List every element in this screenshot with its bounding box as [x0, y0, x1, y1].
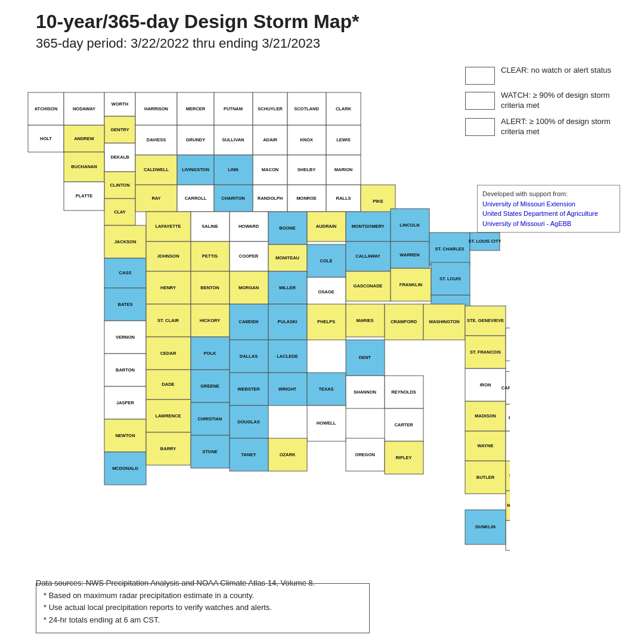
svg-rect-220 [506, 461, 510, 491]
svg-rect-112 [191, 271, 230, 304]
svg-rect-36 [326, 125, 361, 155]
svg-rect-158 [346, 340, 385, 376]
svg-rect-92 [191, 242, 230, 271]
svg-rect-68 [326, 185, 361, 212]
svg-rect-190 [104, 419, 146, 452]
page-title: 10-year/365-day Design Storm Map* [36, 11, 359, 33]
svg-rect-124 [431, 262, 470, 295]
svg-rect-138 [307, 304, 346, 340]
svg-rect-64 [253, 185, 287, 212]
svg-rect-38 [64, 152, 104, 182]
svg-rect-162 [506, 328, 510, 361]
svg-rect-142 [385, 304, 423, 340]
svg-rect-34 [287, 125, 326, 155]
svg-rect-82 [307, 212, 346, 242]
svg-rect-58 [135, 185, 177, 212]
svg-rect-94 [230, 242, 268, 271]
missouri-map: .c { stroke:#555; stroke-width:1; font-f… [15, 57, 510, 558]
svg-rect-16 [287, 92, 326, 125]
note-line-2: * Use actual local precipitation reports… [44, 602, 362, 614]
svg-rect-96 [268, 244, 307, 271]
svg-rect-48 [253, 155, 287, 185]
svg-rect-108 [104, 288, 146, 321]
svg-rect-154 [230, 340, 268, 373]
svg-rect-52 [326, 155, 361, 185]
svg-rect-202 [506, 431, 510, 464]
svg-rect-164 [465, 369, 506, 401]
svg-rect-54 [64, 182, 104, 210]
svg-rect-118 [307, 277, 346, 307]
svg-rect-98 [307, 244, 346, 277]
svg-rect-90 [146, 242, 191, 271]
svg-rect-152 [191, 337, 230, 370]
svg-rect-204 [104, 452, 146, 485]
svg-rect-106 [470, 233, 500, 250]
svg-rect-210 [230, 438, 268, 471]
svg-rect-122 [391, 268, 431, 301]
legend-alert-label: ALERT: ≥ 100% of design storm criteria m… [501, 117, 620, 137]
svg-rect-216 [385, 441, 423, 474]
svg-rect-60 [177, 185, 214, 212]
svg-rect-30 [214, 125, 253, 155]
svg-rect-66 [287, 185, 326, 212]
svg-rect-166 [465, 401, 506, 431]
note-line-3: * 24-hr totals ending at 6 am CST. [44, 614, 362, 627]
svg-rect-182 [385, 376, 423, 408]
svg-rect-206 [146, 432, 191, 465]
notes-box: * Based on maximum radar precipitation e… [36, 583, 370, 633]
svg-rect-132 [191, 304, 230, 337]
svg-rect-84 [346, 212, 391, 242]
note-line-1: * Based on maximum radar precipitation e… [44, 590, 362, 602]
svg-rect-148 [104, 354, 146, 386]
svg-rect-184 [465, 431, 506, 461]
svg-rect-86 [391, 209, 429, 242]
svg-rect-224 [506, 491, 510, 521]
svg-rect-178 [307, 373, 346, 405]
svg-rect-160 [465, 336, 506, 369]
svg-rect-228 [465, 510, 506, 544]
svg-rect-78 [230, 212, 268, 242]
svg-rect-2 [64, 92, 104, 125]
svg-rect-192 [146, 400, 191, 432]
svg-rect-150 [146, 337, 191, 370]
svg-rect-20 [28, 125, 64, 152]
svg-rect-42 [135, 155, 177, 185]
svg-rect-172 [191, 370, 230, 402]
svg-rect-144 [423, 304, 465, 340]
svg-rect-116 [268, 271, 307, 304]
svg-rect-6 [104, 116, 135, 143]
svg-rect-50 [287, 155, 326, 185]
page-subtitle: 365-day period: 3/22/2022 thru ending 3/… [36, 36, 320, 51]
svg-rect-88 [104, 258, 146, 288]
svg-rect-74 [146, 212, 191, 242]
svg-rect-46 [214, 155, 253, 185]
svg-rect-218 [465, 461, 506, 494]
svg-rect-128 [104, 321, 146, 354]
svg-rect-0 [28, 92, 64, 125]
svg-rect-12 [214, 92, 253, 125]
svg-rect-188 [506, 404, 510, 431]
svg-rect-40 [104, 172, 135, 199]
svg-rect-102 [391, 242, 429, 268]
svg-rect-8 [135, 92, 177, 125]
svg-rect-76 [191, 212, 230, 242]
svg-rect-200 [385, 408, 423, 441]
svg-rect-62 [214, 185, 253, 212]
svg-rect-198 [307, 405, 346, 441]
svg-rect-120 [346, 271, 391, 301]
svg-rect-100 [346, 242, 391, 271]
svg-rect-226 [506, 521, 510, 550]
svg-rect-114 [230, 271, 268, 304]
svg-rect-80 [268, 212, 307, 244]
svg-rect-134 [230, 304, 268, 340]
svg-rect-208 [191, 435, 230, 468]
svg-rect-174 [230, 373, 268, 405]
svg-rect-10 [177, 92, 214, 125]
svg-rect-32 [253, 125, 287, 155]
svg-rect-168 [104, 386, 146, 419]
svg-rect-146 [465, 306, 506, 336]
svg-rect-214 [346, 438, 385, 471]
svg-rect-72 [104, 225, 146, 258]
svg-rect-56 [104, 199, 135, 225]
svg-rect-212 [268, 438, 307, 471]
